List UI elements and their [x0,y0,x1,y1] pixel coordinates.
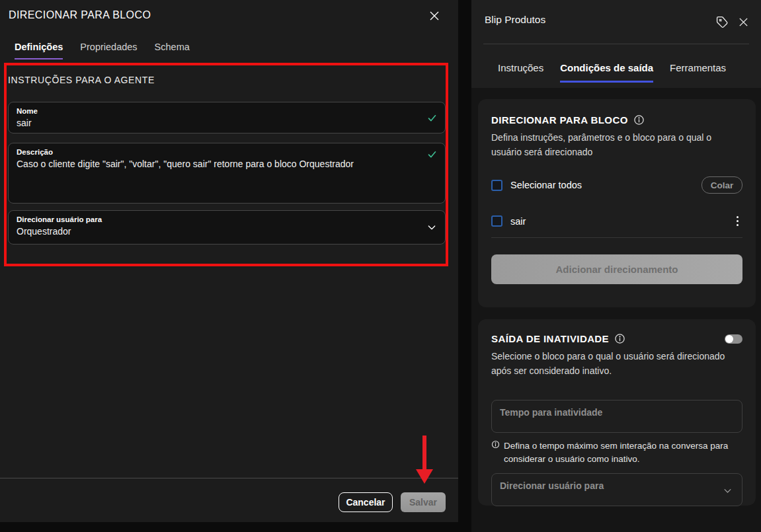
header-divider [483,44,749,44]
close-icon[interactable] [736,15,750,29]
footer-divider [0,478,458,478]
select-all-checkbox[interactable] [491,180,502,191]
inactivity-card-title: SAÍDA DE INATIVIDADE [491,333,609,344]
inactivity-redirect-select[interactable]: Direcionar usuário para [491,473,742,506]
inactivity-exit-card: SAÍDA DE INATIVIDADE Selecione o bloco p… [478,319,756,506]
redirect-card-title: DIRECIONAR PARA BLOCO [491,114,628,126]
inactivity-time-placeholder: Tempo para inatividade [500,407,734,418]
redirect-list-item: sair [491,214,742,228]
inactivity-card-description: Selecione o bloco para o qual o usuário … [491,349,742,378]
red-arrow-head [416,469,433,484]
cancel-button[interactable]: Cancelar [339,492,393,512]
valid-check-icon [427,113,437,123]
tab-instrucoes[interactable]: Instruções [498,62,543,83]
screen: DIRECIONAR PARA BLOCO Definições Proprie… [0,0,761,532]
tab-propriedades[interactable]: Propriedades [80,42,137,59]
info-icon [491,440,500,449]
agent-instructions-section-title: INSTRUÇÕES PARA O AGENTE [8,75,155,85]
valid-check-icon [427,149,437,159]
chevron-down-icon[interactable] [723,486,733,496]
name-field[interactable]: Nome sair [8,102,446,133]
add-redirect-button[interactable]: Adicionar direcionamento [491,254,742,284]
name-field-label: Nome [17,107,437,115]
modal-tabs: Definições Propriedades Schema [15,42,190,59]
inactivity-toggle[interactable] [725,334,742,344]
info-icon[interactable] [614,333,625,344]
redirect-to-block-card: DIRECIONAR PARA BLOCO Defina instruções,… [478,99,756,307]
redirect-user-select[interactable]: Direcionar usuário para Orquestrador [8,210,446,245]
redirect-select-label: Direcionar usuário para [17,215,437,223]
block-sidebar-panel: Blip Produtos Instruções [471,0,761,532]
description-field-value[interactable]: Caso o cliente digite "sair", "voltar", … [17,159,437,169]
save-button[interactable]: Salvar [401,492,446,512]
panel-header-icons [715,15,750,29]
tab-schema[interactable]: Schema [155,42,190,59]
tab-condicoes-de-saida[interactable]: Condições de saída [560,62,653,83]
tab-ferramentas[interactable]: Ferramentas [670,62,726,83]
description-field[interactable]: Descrição Caso o cliente digite "sair", … [8,143,446,204]
name-field-value[interactable]: sair [17,118,437,128]
item-label: sair [510,216,526,227]
info-icon[interactable] [633,114,645,126]
modal-title: DIRECIONAR PARA BLOCO [9,9,151,21]
tab-definicoes[interactable]: Definições [15,42,63,59]
select-all-label: Selecionar todos [510,180,582,190]
item-checkbox[interactable] [491,215,502,227]
red-arrow-annotation [422,436,426,471]
list-divider [491,237,742,238]
paste-button[interactable]: Colar [701,176,742,194]
inactivity-time-input[interactable]: Tempo para inatividade [491,400,742,433]
panel-header: Blip Produtos Instruções [471,0,761,88]
redirect-select-value[interactable]: Orquestrador [17,226,437,237]
close-icon[interactable] [426,7,443,24]
block-config-modal: DIRECIONAR PARA BLOCO Definições Proprie… [0,0,458,522]
block-name-title: Blip Produtos [485,14,545,26]
inactivity-note: Defina o tempo máximo sem interação na c… [491,439,742,465]
redirect-card-description: Defina instruções, parâmetros e o bloco … [491,130,742,159]
panel-tabs: Instruções Condições de saída Ferramenta… [498,62,726,83]
inactivity-note-text: Defina o tempo máximo sem interação na c… [504,439,742,465]
inactivity-redirect-placeholder: Direcionar usuário para [500,480,734,491]
chevron-down-icon[interactable] [426,222,437,233]
description-field-label: Descrição [17,148,437,156]
kebab-menu-icon[interactable] [733,214,742,228]
tag-icon[interactable] [715,15,729,29]
